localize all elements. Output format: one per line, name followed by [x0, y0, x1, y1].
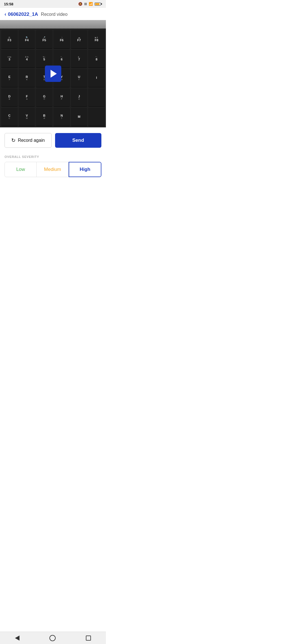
key-f8: ▶⏸ F8: [88, 30, 105, 49]
key-u: U Г: [71, 69, 88, 88]
severity-high-label: High: [80, 167, 90, 172]
key-4: $ % 4: [19, 50, 35, 68]
key-row-dfgh: D В F А G П H Р J О: [1, 88, 105, 107]
severity-low-button[interactable]: Low: [5, 162, 36, 177]
key-f5: 🎤 F5: [36, 30, 53, 49]
record-again-button[interactable]: ↻ Record again: [5, 133, 52, 148]
send-button[interactable]: Send: [55, 133, 102, 148]
severity-buttons-group: Low Medium High: [5, 162, 101, 177]
key-row-cvb: C С V М B И N Т M: [1, 108, 105, 126]
severity-high-button[interactable]: High: [69, 162, 101, 177]
key-8: * : 8: [88, 50, 105, 68]
key-j: J О: [71, 88, 88, 107]
key-b: B И: [36, 108, 53, 126]
key-7: & . 7: [71, 50, 88, 68]
severity-low-label: Low: [16, 167, 25, 172]
battery-icon: [95, 3, 102, 6]
status-icons: 🔕 ⊠ 📶: [78, 2, 102, 6]
key-e: E У: [1, 69, 18, 88]
key-3: # № 3: [1, 50, 18, 68]
sim-icon: ⊠: [84, 2, 87, 6]
send-label: Send: [72, 138, 84, 143]
key-v: V М: [19, 108, 35, 126]
back-button[interactable]: ‹: [5, 11, 6, 17]
bottom-spacer: [0, 183, 106, 200]
key-f3: ⊞ F3: [1, 30, 18, 49]
status-bar: 15:58 🔕 ⊠ 📶: [0, 0, 106, 8]
key-f4: 🔍 F4: [19, 30, 35, 49]
severity-section: OVERALL SEVERITY Low Medium High: [0, 152, 106, 183]
key-f7: ⏮ F7: [71, 30, 88, 49]
document-title: 06062022_1A: [8, 12, 38, 17]
video-player[interactable]: ⊞ F3 🔍 F4 🎤 F5 ☽ F6 ⏮ F7: [0, 20, 106, 127]
key-f6: ☽ F6: [53, 30, 70, 49]
key-c: C С: [1, 108, 18, 126]
key-n: N Т: [53, 108, 70, 126]
record-again-label: Record again: [18, 138, 45, 143]
keyboard-top-bar: [0, 20, 106, 29]
key-f: F А: [19, 88, 35, 107]
play-triangle-icon: [51, 70, 57, 78]
key-r: R К: [19, 69, 35, 88]
status-time: 15:58: [4, 2, 13, 6]
bell-muted-icon: 🔕: [78, 2, 82, 6]
key-row-fn: ⊞ F3 🔍 F4 🎤 F5 ☽ F6 ⏮ F7: [1, 30, 105, 49]
header: ‹ 06062022_1A Record video: [0, 8, 106, 20]
play-button[interactable]: [45, 66, 61, 82]
key-blank2: [88, 108, 105, 126]
severity-medium-button[interactable]: Medium: [36, 162, 69, 177]
wifi-icon: 📶: [89, 2, 93, 6]
page-subtitle: Record video: [41, 12, 67, 17]
key-g: G П: [36, 88, 53, 107]
key-m: M: [71, 108, 88, 126]
severity-medium-label: Medium: [44, 167, 61, 172]
key-i: I: [88, 69, 105, 88]
key-h: H Р: [53, 88, 70, 107]
key-blank1: [88, 88, 105, 107]
key-d: D В: [1, 88, 18, 107]
action-buttons: ↻ Record again Send: [0, 127, 106, 152]
severity-section-label: OVERALL SEVERITY: [5, 155, 101, 158]
refresh-icon: ↻: [11, 137, 16, 143]
